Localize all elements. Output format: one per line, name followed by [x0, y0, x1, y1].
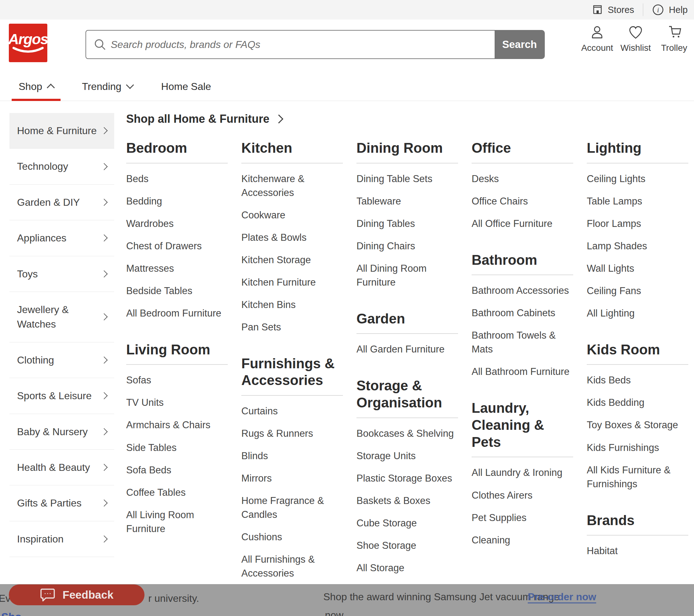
menu-item-pan-sets[interactable]: Pan Sets	[241, 320, 343, 334]
menu-item-bookcases-and-shelving[interactable]: Bookcases & Shelving	[357, 427, 458, 440]
menu-section-title[interactable]: Kitchen	[241, 140, 343, 163]
menu-item-kitchen-bins[interactable]: Kitchen Bins	[241, 298, 343, 312]
menu-item-pet-supplies[interactable]: Pet Supplies	[472, 511, 573, 525]
menu-item-armchairs-and-chairs[interactable]: Armchairs & Chairs	[126, 418, 228, 432]
menu-item-mattresses[interactable]: Mattresses	[126, 261, 228, 275]
menu-item-toy-boxes-and-storage[interactable]: Toy Boxes & Storage	[587, 418, 688, 432]
menu-item-kitchenware-and-accessories[interactable]: Kitchenware & Accessories	[241, 172, 343, 200]
menu-item-bathroom-cabinets[interactable]: Bathroom Cabinets	[472, 306, 573, 320]
sidebar-item-toys[interactable]: Toys	[10, 256, 114, 292]
menu-item-office-chairs[interactable]: Office Chairs	[472, 194, 573, 208]
menu-item-wall-lights[interactable]: Wall Lights	[587, 261, 688, 275]
menu-section-title[interactable]: Kids Room	[587, 341, 688, 365]
menu-section-title[interactable]: Storage & Organisation	[357, 377, 458, 418]
menu-item-mirrors[interactable]: Mirrors	[241, 471, 343, 485]
footer-clipped-link[interactable]: Sho	[1, 611, 21, 616]
menu-item-floor-lamps[interactable]: Floor Lamps	[587, 217, 688, 231]
menu-section-title[interactable]: Laundry, Cleaning & Pets	[472, 399, 573, 457]
menu-item-all-bathroom-furniture[interactable]: All Bathroom Furniture	[472, 365, 573, 379]
menu-section-title[interactable]: Office	[472, 140, 573, 163]
menu-item-ceiling-lights[interactable]: Ceiling Lights	[587, 172, 688, 186]
menu-item-kitchen-storage[interactable]: Kitchen Storage	[241, 253, 343, 267]
menu-section-title[interactable]: Furnishings & Accessories	[241, 355, 343, 396]
menu-item-all-laundry-and-ironing[interactable]: All Laundry & Ironing	[472, 466, 573, 480]
trolley-button[interactable]: Trolley	[655, 25, 693, 53]
menu-item-sofa-beds[interactable]: Sofa Beds	[126, 463, 228, 477]
menu-item-beds[interactable]: Beds	[126, 172, 228, 186]
menu-item-coffee-tables[interactable]: Coffee Tables	[126, 486, 228, 500]
menu-item-baskets-and-boxes[interactable]: Baskets & Boxes	[357, 494, 458, 508]
menu-item-tv-units[interactable]: TV Units	[126, 396, 228, 410]
menu-item-rugs-and-runners[interactable]: Rugs & Runners	[241, 427, 343, 440]
shop-all-link[interactable]: Shop all Home & Furniture	[126, 112, 690, 126]
search-button[interactable]: Search	[494, 30, 545, 59]
menu-item-dining-table-sets[interactable]: Dining Table Sets	[357, 172, 458, 186]
menu-item-plastic-storage-boxes[interactable]: Plastic Storage Boxes	[357, 471, 458, 485]
menu-item-side-tables[interactable]: Side Tables	[126, 441, 228, 455]
menu-item-bathroom-accessories[interactable]: Bathroom Accessories	[472, 284, 573, 297]
sidebar-item-clothing[interactable]: Clothing	[10, 342, 114, 378]
menu-item-habitat[interactable]: Habitat	[587, 544, 688, 558]
help-link[interactable]: i Help	[652, 4, 688, 16]
menu-item-cushions[interactable]: Cushions	[241, 530, 343, 544]
sidebar-item-home-and-furniture[interactable]: Home & Furniture	[10, 113, 114, 149]
sidebar-item-health-and-beauty[interactable]: Health & Beauty	[10, 450, 114, 485]
menu-item-cube-storage[interactable]: Cube Storage	[357, 516, 458, 530]
nav-home-sale[interactable]: Home Sale	[154, 73, 218, 101]
account-button[interactable]: Account	[578, 25, 616, 53]
menu-item-shoe-storage[interactable]: Shoe Storage	[357, 539, 458, 552]
sidebar-item-jewellery-and-watches[interactable]: Jewellery & Watches	[10, 292, 114, 342]
menu-item-plates-and-bowls[interactable]: Plates & Bowls	[241, 231, 343, 244]
sidebar-item-technology[interactable]: Technology	[10, 149, 114, 184]
menu-section-title[interactable]: Garden	[357, 310, 458, 334]
sidebar-item-garden-and-diy[interactable]: Garden & DIY	[10, 185, 114, 220]
menu-item-cookware[interactable]: Cookware	[241, 208, 343, 222]
search-input[interactable]	[86, 30, 495, 59]
menu-item-bedding[interactable]: Bedding	[126, 194, 228, 208]
menu-item-clothes-airers[interactable]: Clothes Airers	[472, 489, 573, 502]
menu-item-sofas[interactable]: Sofas	[126, 373, 228, 387]
menu-item-home-fragrance-and-candles[interactable]: Home Fragrance & Candles	[241, 494, 343, 522]
sidebar-item-sports-and-leisure[interactable]: Sports & Leisure	[10, 378, 114, 414]
stores-link[interactable]: Stores	[592, 4, 634, 16]
sidebar-item-inspiration[interactable]: Inspiration	[10, 521, 114, 557]
menu-section-title[interactable]: Bathroom	[472, 252, 573, 275]
menu-item-bedside-tables[interactable]: Bedside Tables	[126, 284, 228, 298]
sidebar-item-appliances[interactable]: Appliances	[10, 220, 114, 256]
menu-item-kids-bedding[interactable]: Kids Bedding	[587, 396, 688, 410]
menu-item-ceiling-fans[interactable]: Ceiling Fans	[587, 284, 688, 298]
menu-item-lamp-shades[interactable]: Lamp Shades	[587, 239, 688, 253]
preorder-link[interactable]: Pre-order now	[528, 591, 596, 603]
menu-item-desks[interactable]: Desks	[472, 172, 573, 186]
menu-item-all-dining-room-furniture[interactable]: All Dining Room Furniture	[357, 261, 458, 289]
menu-item-all-garden-furniture[interactable]: All Garden Furniture	[357, 342, 458, 356]
menu-item-wardrobes[interactable]: Wardrobes	[126, 217, 228, 231]
menu-item-dining-chairs[interactable]: Dining Chairs	[357, 239, 458, 253]
menu-item-all-bedroom-furniture[interactable]: All Bedroom Furniture	[126, 306, 228, 320]
menu-item-kitchen-furniture[interactable]: Kitchen Furniture	[241, 275, 343, 289]
menu-item-all-lighting[interactable]: All Lighting	[587, 306, 688, 320]
menu-section-title[interactable]: Lighting	[587, 140, 688, 163]
menu-item-all-kids-furniture-and-furnishings[interactable]: All Kids Furniture & Furnishings	[587, 463, 688, 491]
menu-item-all-office-furniture[interactable]: All Office Furniture	[472, 217, 573, 231]
menu-item-table-lamps[interactable]: Table Lamps	[587, 194, 688, 208]
menu-section-title[interactable]: Bedroom	[126, 140, 228, 163]
menu-section-title[interactable]: Brands	[587, 512, 688, 536]
menu-item-cleaning[interactable]: Cleaning	[472, 533, 573, 547]
menu-item-tableware[interactable]: Tableware	[357, 194, 458, 208]
menu-item-all-furnishings-and-accessories[interactable]: All Furnishings & Accessories	[241, 552, 343, 580]
menu-section-title[interactable]: Dining Room	[357, 140, 458, 163]
feedback-button[interactable]: Feedback	[9, 584, 145, 605]
menu-section-title[interactable]: Living Room	[126, 341, 228, 365]
argos-logo[interactable]: Argos	[9, 24, 47, 62]
menu-item-storage-units[interactable]: Storage Units	[357, 449, 458, 463]
menu-item-all-storage[interactable]: All Storage	[357, 561, 458, 575]
menu-item-blinds[interactable]: Blinds	[241, 449, 343, 463]
menu-item-bathroom-towels-and-mats[interactable]: Bathroom Towels & Mats	[472, 328, 573, 356]
menu-item-all-living-room-furniture[interactable]: All Living Room Furniture	[126, 508, 228, 536]
menu-item-curtains[interactable]: Curtains	[241, 404, 343, 418]
menu-item-chest-of-drawers[interactable]: Chest of Drawers	[126, 239, 228, 253]
sidebar-item-gifts-and-parties[interactable]: Gifts & Parties	[10, 485, 114, 521]
menu-item-kids-furnishings[interactable]: Kids Furnishings	[587, 441, 688, 455]
nav-shop[interactable]: Shop	[12, 73, 60, 101]
